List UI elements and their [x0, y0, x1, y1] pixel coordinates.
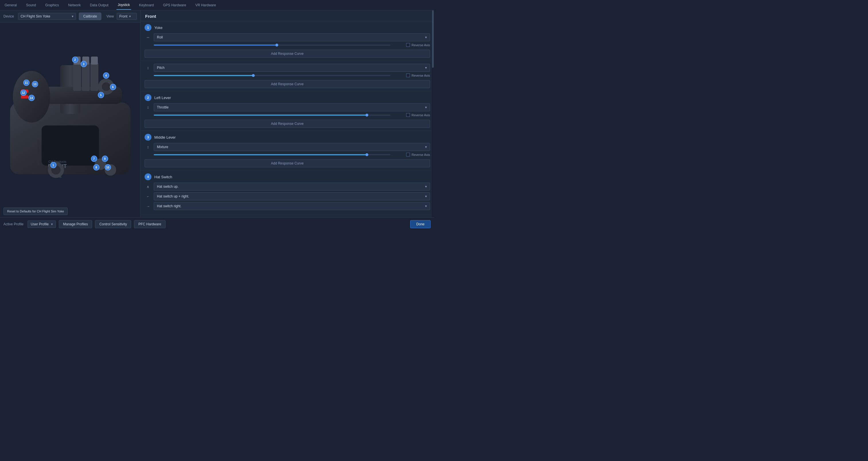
hat-upright-value: Hat switch up + right. — [157, 194, 189, 198]
hat-upright-dropdown[interactable]: Hat switch up + right. — [154, 192, 430, 200]
nav-tab-graphics[interactable]: Graphics — [44, 1, 60, 9]
view-value: Front — [119, 15, 127, 18]
yoke-section-number: 1 — [145, 24, 151, 31]
control-sensitivity-button[interactable]: Control Sensitivity — [95, 220, 131, 228]
joystick-svg: CH Products FLIGHT SIM YOKE — [4, 39, 136, 189]
pitch-axis-dropdown[interactable]: Pitch — [154, 64, 430, 72]
hat-up-dropdown[interactable]: Hat switch up. — [154, 182, 430, 191]
middle-lever-axis-value: Mixture — [157, 145, 168, 149]
profile-chevron-icon — [51, 222, 53, 226]
svg-rect-19 — [21, 95, 28, 98]
yoke-slider-thumb[interactable] — [275, 44, 278, 47]
top-navigation: General Sound Graphics Network Data Outp… — [0, 0, 434, 10]
svg-rect-5 — [73, 62, 81, 91]
view-chevron-icon — [129, 15, 131, 18]
pfc-hardware-button[interactable]: PFC Hardware — [134, 220, 165, 228]
yoke-axis-chevron-icon — [425, 35, 427, 39]
throttle-reverse-checkbox[interactable] — [406, 113, 410, 117]
throttle-reverse-label: Reverse Axis — [412, 113, 430, 117]
mixture-add-curve-button[interactable]: Add Response Curve — [145, 159, 430, 167]
button-badge-9: 9 — [102, 155, 108, 162]
hat-right-chevron-icon — [425, 204, 427, 208]
button-badge-7: 7 — [91, 155, 97, 162]
hat-right-value: Hat switch right. — [157, 204, 181, 208]
yoke-add-curve-button[interactable]: Add Response Curve — [145, 50, 430, 58]
yoke-slider-track[interactable] — [154, 45, 391, 46]
done-button[interactable]: Done — [410, 220, 431, 228]
reset-defaults-button[interactable]: Reset to Defaults for CH Flight Sim Yoke — [3, 207, 68, 215]
device-label: Device — [3, 15, 14, 18]
hat-up-chevron-icon — [425, 184, 427, 189]
yoke-slider-fill — [154, 45, 277, 46]
footer: Active Profile User Profile Manage Profi… — [0, 217, 434, 231]
left-panel: Device CH Flight Sim Yoke Calibrate View… — [0, 10, 141, 217]
mixture-reverse-label: Reverse Axis — [412, 153, 430, 156]
hat-switch-section: 4 Hat Switch ∧ Hat switch up. ⌐ Hat swit… — [141, 171, 434, 215]
content-area: Device CH Flight Sim Yoke Calibrate View… — [0, 10, 434, 217]
right-panel[interactable]: Front 1 Yoke ↔ Roll — [141, 10, 434, 217]
button-badge-14: 14 — [28, 95, 35, 101]
left-lever-axis-value: Throttle — [157, 105, 169, 109]
right-panel-scrollbar[interactable] — [432, 10, 434, 217]
left-lever-section-number: 2 — [145, 94, 151, 101]
middle-lever-section: 3 Middle Lever ↕ Mixture — [141, 131, 434, 171]
hat-upright-icon: ⌐ — [145, 193, 151, 200]
nav-tab-dataoutput[interactable]: Data Output — [89, 1, 110, 9]
yoke-axis-value: Roll — [157, 35, 163, 39]
left-lever-section-title: Left Lever — [154, 95, 171, 100]
pitch-slider-thumb[interactable] — [252, 74, 255, 77]
hat-upright-chevron-icon — [425, 194, 427, 198]
nav-tab-keyboard[interactable]: Keyboard — [138, 1, 155, 9]
pitch-slider-fill — [154, 75, 253, 76]
nav-tab-general[interactable]: General — [3, 1, 18, 9]
button-badge-6: 6 — [110, 84, 116, 90]
mixture-reverse-checkbox[interactable] — [406, 153, 410, 156]
middle-lever-axis-dropdown[interactable]: Mixture — [154, 143, 430, 151]
joystick-view: CH Products FLIGHT SIM YOKE — [0, 23, 140, 205]
middle-lever-section-title: Middle Lever — [154, 135, 176, 140]
active-profile-label: Active Profile — [3, 222, 24, 226]
calibrate-button[interactable]: Calibrate — [79, 12, 101, 20]
svg-rect-17 — [37, 140, 39, 166]
pitch-axis-value: Pitch — [157, 66, 165, 70]
mixture-slider-thumb[interactable] — [366, 153, 368, 156]
button-badge-1: 1 — [50, 162, 57, 168]
nav-tab-joystick[interactable]: Joystick — [117, 1, 131, 10]
left-lever-axis-icon: ↕ — [145, 104, 151, 111]
nav-tab-network[interactable]: Network — [67, 1, 82, 9]
panel-title: Front — [141, 10, 434, 21]
yoke-section: 1 Yoke ↔ Roll — [141, 21, 434, 61]
yoke-reverse-checkbox[interactable] — [406, 43, 410, 47]
scrollbar-thumb[interactable] — [432, 10, 434, 68]
throttle-slider-track[interactable] — [154, 115, 391, 116]
middle-lever-section-number: 3 — [145, 134, 151, 141]
throttle-slider-thumb[interactable] — [366, 114, 368, 117]
bottom-bar: Reset to Defaults for CH Flight Sim Yoke — [0, 205, 140, 217]
left-lever-axis-dropdown[interactable]: Throttle — [154, 103, 430, 111]
nav-tab-gpshardware[interactable]: GPS Hardware — [162, 1, 187, 9]
yoke-axis-icon: ↔ — [145, 34, 151, 41]
button-badge-2: 2 — [72, 57, 78, 63]
pitch-slider-track[interactable] — [154, 75, 391, 76]
hat-right-dropdown[interactable]: Hat switch right. — [154, 202, 430, 210]
pitch-add-curve-button[interactable]: Add Response Curve — [145, 80, 430, 88]
pitch-reverse-checkbox[interactable] — [406, 74, 410, 77]
hat-up-value: Hat switch up. — [157, 184, 179, 189]
view-label: View — [106, 15, 114, 18]
mixture-slider-track[interactable] — [154, 154, 391, 155]
nav-tab-vrhardware[interactable]: VR Hardware — [194, 1, 217, 9]
profile-select[interactable]: User Profile — [28, 221, 56, 228]
yoke-axis-dropdown[interactable]: Roll — [154, 33, 430, 41]
left-lever-section: 2 Left Lever ↕ Throttle — [141, 91, 434, 131]
mixture-slider-fill — [154, 154, 367, 155]
nav-tab-sound[interactable]: Sound — [25, 1, 37, 9]
view-select[interactable]: Front — [117, 13, 137, 20]
manage-profiles-button[interactable]: Manage Profiles — [59, 220, 92, 228]
middle-lever-axis-icon: ↕ — [145, 144, 151, 150]
throttle-add-curve-button[interactable]: Add Response Curve — [145, 120, 430, 128]
button-badge-5: 5 — [98, 92, 104, 98]
svg-point-12 — [102, 82, 111, 91]
device-select[interactable]: CH Flight Sim Yoke — [18, 13, 76, 20]
button-badge-12: 12 — [20, 90, 27, 96]
hat-switch-section-title: Hat Switch — [154, 175, 172, 179]
